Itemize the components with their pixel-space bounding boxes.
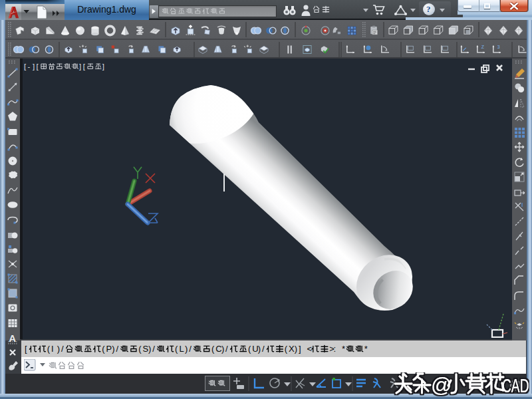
svg-text:Z: Z — [481, 45, 484, 49]
svg-text:]: ] — [79, 63, 81, 70]
svg-text:-: - — [28, 63, 31, 70]
svg-text:[: [ — [24, 63, 27, 70]
svg-text:]: ] — [102, 63, 104, 70]
svg-text:A: A — [9, 332, 16, 344]
svg-text:3: 3 — [497, 45, 500, 49]
svg-text:CAD: CAD — [502, 374, 529, 396]
svg-text:[: [ — [83, 63, 86, 70]
svg-text:]: ] — [33, 63, 35, 70]
svg-text:[: [ — [37, 63, 39, 70]
